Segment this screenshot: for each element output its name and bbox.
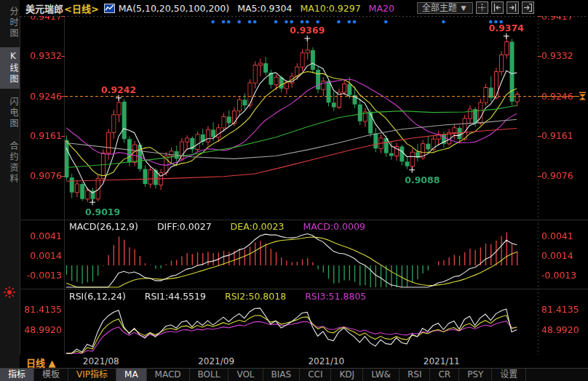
price-tick-label: 0.9161 <box>541 130 573 141</box>
price-tick-label: 0.0041 <box>541 230 573 241</box>
sidebar-tab-3[interactable]: 闪电图 <box>0 93 20 133</box>
macd-legend-item-2: DEA:0.0023 <box>231 221 285 232</box>
toolbar-item-psy[interactable]: PSY <box>459 369 492 381</box>
mini-chart-icon <box>104 4 115 13</box>
rsi-legend-item-2: RSI2:50.8018 <box>225 291 286 302</box>
theme-dropdown-button[interactable]: 全部主题 ▼ <box>417 2 473 14</box>
pop-out-icon[interactable] <box>522 1 534 14</box>
toolbar-item-cci[interactable]: CCI <box>300 369 331 381</box>
price-annotation: 0.9088 <box>405 175 440 185</box>
ma-legend-item-3: MA10:0.9297 <box>300 3 360 14</box>
sidebar-tab-2[interactable]: K线图 <box>0 47 20 89</box>
timeframe-arrow: ▲ <box>49 358 56 369</box>
time-axis-label: 2021/11 <box>424 356 460 366</box>
toolbar-item-模板[interactable]: 模板 <box>34 369 68 381</box>
price-tick-label: -0.0013 <box>541 270 576 281</box>
axis-shift-left-icon[interactable] <box>491 1 504 14</box>
time-axis-label: 2021/08 <box>83 356 119 366</box>
chart-header: 美元瑞郎 <日线> MA(5,10,20,50,100,200)MA5:0.93… <box>20 0 588 16</box>
rsi-title: RSI(6,12,24) <box>69 291 126 302</box>
price-annotation: 0.9369 <box>290 25 325 36</box>
price-tick-label: 0.0041 <box>20 230 62 241</box>
indicator-toolbar: 指标模板VIP指标MAMACDBOLLVOLBIASCCIKDJLW&RSICR… <box>0 368 588 381</box>
toolbar-item-rsi[interactable]: RSI <box>400 369 431 381</box>
time-axis-label: 2021/10 <box>308 356 344 366</box>
left-rail: 分时图K线图闪电图合约资料 <box>0 0 20 368</box>
ma-legend-item-4: MA20 <box>369 3 394 14</box>
sidebar-tab-1[interactable]: 分时图 <box>0 3 20 43</box>
chart-canvas[interactable] <box>0 0 588 381</box>
price-tick-label: 0.0014 <box>20 250 62 261</box>
toolbar-item-指标[interactable]: 指标 <box>0 369 34 381</box>
ma-legend: MA(5,10,20,50,100,200)MA5:0.9304MA10:0.9… <box>119 3 402 14</box>
toolbar-item-bias[interactable]: BIAS <box>263 369 301 381</box>
price-annotation: 0.9242 <box>101 84 136 95</box>
price-annotation: 0.9019 <box>85 206 120 217</box>
crosshair-icon[interactable] <box>476 1 488 14</box>
rsi-legend-item-1: RSI1:44.5519 <box>145 291 206 302</box>
period-tag: <日线> <box>64 1 99 15</box>
trading-app: 分时图K线图闪电图合约资料 美元瑞郎 <日线> MA(5,10,20,50,10… <box>0 0 588 381</box>
price-tick-label: 0.9332 <box>20 50 62 61</box>
time-axis-label: 2021/09 <box>198 356 234 366</box>
price-tick-label: 0.0014 <box>541 250 573 261</box>
toolbar-item-vol[interactable]: VOL <box>229 369 263 381</box>
macd-title: MACD(26,12,9) <box>69 221 138 232</box>
price-tick-label: 0.9076 <box>20 170 62 181</box>
axis-shift-right-icon[interactable] <box>506 1 519 14</box>
price-tick-label: 0.9161 <box>20 130 62 141</box>
ma-legend-item-2: MA5:0.9304 <box>237 3 292 14</box>
toolbar-item-ma[interactable]: MA <box>116 369 147 381</box>
price-annotation: 0.9374 <box>489 23 524 33</box>
price-tick-label: -0.0013 <box>20 270 62 281</box>
toolbar-item-设置[interactable]: 设置 <box>492 369 526 381</box>
price-tick-label: 0.9332 <box>541 50 573 61</box>
alert-icon[interactable] <box>3 286 16 299</box>
macd-panel-header: MACD(26,12,9)DIFF:0.0027DEA:0.0023MACD:0… <box>69 221 384 232</box>
time-axis-row: 日线 ▲ 2021/082021/092021/102021/11 <box>20 355 588 368</box>
rsi-legend-item-3: RSI3:51.8805 <box>305 291 366 302</box>
symbol-title: 美元瑞郎 <box>25 1 63 15</box>
ma-legend-item-1: MA(5,10,20,50,100,200) <box>119 3 229 14</box>
rsi-panel-header: RSI(6,12,24)RSI1:44.5519RSI2:50.8018RSI3… <box>69 291 385 302</box>
price-tick-label: 0.9246 <box>541 91 573 102</box>
toolbar-item-cr[interactable]: CR <box>430 369 459 381</box>
toolbar-item-vip指标[interactable]: VIP指标 <box>68 369 116 381</box>
macd-legend-item-1: DIFF:0.0027 <box>157 221 212 232</box>
macd-legend-item-3: MACD:0.0009 <box>303 221 365 232</box>
toolbar-item-macd[interactable]: MACD <box>147 369 190 381</box>
price-tick-label: 0.9076 <box>541 170 573 181</box>
toolbar-item-boll[interactable]: BOLL <box>190 369 229 381</box>
sidebar-tab-4[interactable]: 合约资料 <box>0 137 20 188</box>
price-tick-label: 0.9246 <box>20 91 62 102</box>
toolbar-item-lw[interactable]: LW& <box>363 369 400 381</box>
price-tick-label: 81.4135 <box>541 304 579 315</box>
price-tick-label: 81.4135 <box>20 304 62 315</box>
toolbar-item-kdj[interactable]: KDJ <box>331 369 363 381</box>
price-tick-label: 48.9920 <box>20 324 62 335</box>
price-tick-label: 48.9920 <box>541 324 579 335</box>
